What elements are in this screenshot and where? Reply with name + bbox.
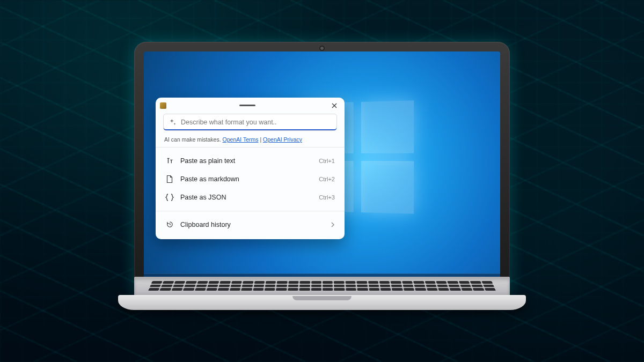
close-icon (332, 103, 337, 108)
option-shortcut: Ctrl+3 (319, 194, 335, 201)
app-icon (160, 102, 166, 109)
ai-prompt-input[interactable] (181, 119, 331, 126)
history-icon (165, 220, 174, 229)
terms-link[interactable]: OpenAI Terms (223, 136, 259, 143)
option-label: Clipboard history (180, 221, 324, 228)
privacy-link[interactable]: OpenAI Privacy (263, 136, 302, 143)
divider (156, 147, 345, 147)
markdown-icon (165, 175, 174, 183)
drag-handle[interactable] (166, 105, 328, 106)
text-icon (165, 157, 174, 165)
laptop-lid: AI can make mistakes. OpenAI Terms | Ope… (134, 42, 510, 295)
dialog-titlebar[interactable] (156, 98, 345, 114)
divider (156, 211, 345, 211)
close-button[interactable] (328, 100, 340, 112)
chevron-right-icon (331, 222, 335, 227)
json-icon (165, 193, 174, 202)
option-shortcut: Ctrl+2 (319, 176, 335, 182)
advanced-paste-dialog: AI can make mistakes. OpenAI Terms | Ope… (156, 98, 345, 239)
paste-markdown-option[interactable]: Paste as markdown Ctrl+2 (163, 170, 337, 188)
paste-plain-text-option[interactable]: Paste as plain text Ctrl+1 (163, 152, 337, 170)
keyboard-deck (134, 277, 510, 295)
ai-disclaimer: AI can make mistakes. OpenAI Terms | Ope… (164, 136, 336, 143)
paste-json-option[interactable]: Paste as JSON Ctrl+3 (163, 188, 337, 206)
clipboard-history-option[interactable]: Clipboard history (163, 216, 337, 234)
laptop-frame: AI can make mistakes. OpenAI Terms | Ope… (118, 42, 526, 310)
option-label: Paste as markdown (180, 175, 312, 183)
option-label: Paste as plain text (180, 157, 312, 165)
option-label: Paste as JSON (180, 194, 312, 201)
keyboard (148, 280, 496, 290)
webcam (320, 47, 324, 50)
disclaimer-text: AI can make mistakes. (164, 136, 223, 143)
desktop-screen: AI can make mistakes. OpenAI Terms | Ope… (144, 51, 500, 282)
sparkle-icon (169, 119, 177, 126)
laptop-base (118, 295, 526, 310)
option-shortcut: Ctrl+1 (319, 158, 335, 164)
ai-prompt-field[interactable] (163, 114, 337, 131)
